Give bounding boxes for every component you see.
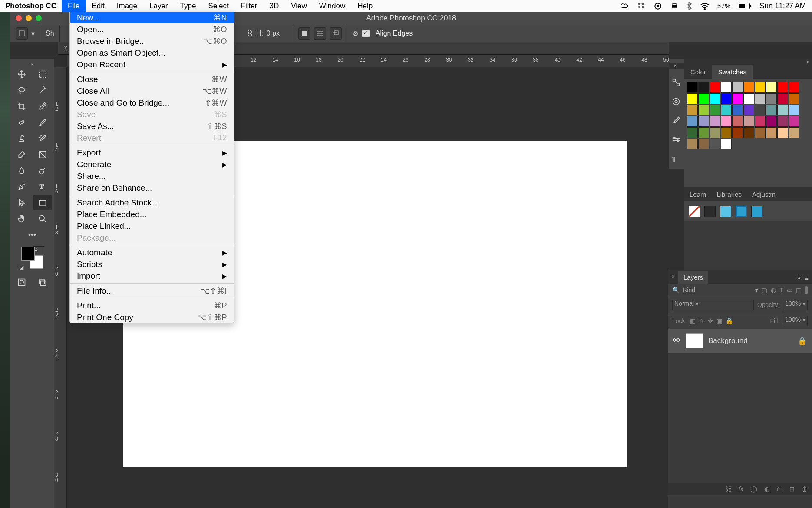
file-menu-item[interactable]: Open...⌘O xyxy=(70,23,234,35)
file-menu-item[interactable]: Open as Smart Object... xyxy=(70,47,234,59)
history-brush-tool[interactable] xyxy=(33,131,52,146)
filter-shape-icon[interactable]: ▭ xyxy=(787,287,792,294)
close-icon[interactable]: × xyxy=(671,273,675,280)
collapse-panels-button[interactable]: » xyxy=(684,59,812,65)
minimize-window-button[interactable] xyxy=(26,15,32,21)
eraser-tool[interactable] xyxy=(13,147,31,162)
visibility-eye-icon[interactable]: 👁 xyxy=(673,336,680,345)
sync-icon[interactable] xyxy=(654,2,662,10)
swatch[interactable] xyxy=(755,105,766,115)
new-group-icon[interactable]: 🗀 xyxy=(776,485,782,492)
adjustment-preset[interactable] xyxy=(751,206,762,217)
clock[interactable]: Sun 11:27 AM xyxy=(759,2,806,10)
gear-icon[interactable]: ⚙ xyxy=(353,30,359,38)
bluetooth-icon[interactable] xyxy=(687,2,692,10)
path-align-button[interactable] xyxy=(298,27,310,40)
file-menu-item[interactable]: Place Linked... xyxy=(70,220,234,232)
file-menu-item[interactable]: Close and Go to Bridge...⇧⌘W xyxy=(70,97,234,109)
menu-window[interactable]: Window xyxy=(313,0,351,12)
adjustment-preset[interactable] xyxy=(720,206,731,217)
wifi-icon[interactable] xyxy=(700,2,710,10)
swatch[interactable] xyxy=(721,93,732,104)
menu-file[interactable]: File xyxy=(62,0,86,12)
swatch[interactable] xyxy=(698,93,709,104)
lock-all-icon[interactable]: 🔒 xyxy=(726,317,733,324)
file-menu-item[interactable]: Share on Behance... xyxy=(70,182,234,194)
swatch[interactable] xyxy=(732,105,743,115)
layer-row-background[interactable]: 👁 Background 🔒 xyxy=(668,329,812,353)
quick-mask-button[interactable] xyxy=(13,274,31,290)
menu-type[interactable]: Type xyxy=(174,0,202,12)
height-field[interactable]: 0 px xyxy=(267,30,287,37)
swatch[interactable] xyxy=(698,139,709,149)
menu-help[interactable]: Help xyxy=(351,0,379,12)
swatch[interactable] xyxy=(755,116,766,127)
vertical-ruler[interactable]: 1214161820222426283032 xyxy=(54,67,67,508)
panel-icon-5[interactable]: ¶ xyxy=(671,154,682,165)
swatch[interactable] xyxy=(710,139,720,149)
swatch[interactable] xyxy=(777,105,788,115)
eyedropper-tool[interactable] xyxy=(33,99,52,114)
adjustment-none[interactable] xyxy=(689,206,700,217)
file-menu-item[interactable]: Automate▶ xyxy=(70,247,234,258)
edit-toolbar-button[interactable]: ••• xyxy=(23,227,41,242)
filter-smart-icon[interactable]: ◫ xyxy=(796,287,802,294)
swatch[interactable] xyxy=(721,139,732,149)
swatch[interactable] xyxy=(789,82,799,93)
swatch[interactable] xyxy=(732,116,743,127)
file-menu-item[interactable]: File Info...⌥⇧⌘I xyxy=(70,285,234,297)
lock-paint-icon[interactable]: ✎ xyxy=(699,317,704,324)
swatch[interactable] xyxy=(777,82,788,93)
lock-artboard-icon[interactable]: ▣ xyxy=(716,317,722,324)
panel-icon-3[interactable] xyxy=(671,116,682,126)
rectangle-tool[interactable] xyxy=(33,195,52,210)
file-menu-item[interactable]: Close All⌥⌘W xyxy=(70,85,234,97)
swatch[interactable] xyxy=(687,116,698,127)
swatch[interactable] xyxy=(721,82,732,93)
swatch[interactable] xyxy=(755,82,766,93)
zoom-window-button[interactable] xyxy=(36,15,42,21)
swatch[interactable] xyxy=(721,127,732,138)
fill-field[interactable]: 100% ▾ xyxy=(783,316,808,326)
file-menu-item[interactable]: Save As...⇧⌘S xyxy=(70,120,234,132)
file-menu-item[interactable]: Print...⌘P xyxy=(70,300,234,311)
move-tool[interactable] xyxy=(13,66,31,82)
swatch[interactable] xyxy=(777,127,788,138)
lasso-tool[interactable] xyxy=(13,82,31,98)
path-arrange-button[interactable] xyxy=(314,27,326,40)
swatch[interactable] xyxy=(732,93,743,104)
tab-libraries[interactable]: Libraries xyxy=(711,187,747,201)
panel-menu-icon[interactable]: ≡ xyxy=(805,274,809,282)
brush-tool[interactable] xyxy=(33,115,52,130)
file-menu-item[interactable]: New...⌘N xyxy=(70,12,234,23)
close-window-button[interactable] xyxy=(16,15,22,21)
tab-learn[interactable]: Learn xyxy=(684,187,711,201)
swatch[interactable] xyxy=(698,127,709,138)
swatch[interactable] xyxy=(743,127,754,138)
layer-name[interactable]: Background xyxy=(708,336,748,345)
swatch[interactable] xyxy=(687,93,698,104)
swatch[interactable] xyxy=(743,116,754,127)
pen-tool[interactable] xyxy=(13,179,31,194)
swatch[interactable] xyxy=(687,139,698,149)
file-menu-item[interactable]: Scripts▶ xyxy=(70,258,234,270)
crop-tool[interactable] xyxy=(13,99,31,114)
panel-icon-2[interactable] xyxy=(671,97,682,107)
menu-edit[interactable]: Edit xyxy=(86,0,110,12)
new-layer-icon[interactable]: ⊞ xyxy=(789,485,795,492)
file-menu-item[interactable]: Close⌘W xyxy=(70,73,234,85)
swatch[interactable] xyxy=(698,116,709,127)
menu-3d[interactable]: 3D xyxy=(263,0,285,12)
file-menu-item[interactable]: Share... xyxy=(70,170,234,182)
file-menu-item[interactable]: Search Adobe Stock... xyxy=(70,197,234,208)
menu-select[interactable]: Select xyxy=(202,0,234,12)
file-menu-item[interactable]: Browse in Bridge...⌥⌘O xyxy=(70,35,234,47)
swatch[interactable] xyxy=(755,127,766,138)
tab-layers[interactable]: Layers xyxy=(678,271,708,284)
filter-toggle[interactable] xyxy=(805,286,808,294)
swatch[interactable] xyxy=(698,82,709,93)
swatch[interactable] xyxy=(721,105,732,115)
path-options-button[interactable] xyxy=(330,27,342,40)
swatch[interactable] xyxy=(766,127,777,138)
file-menu-item[interactable]: Import▶ xyxy=(70,270,234,282)
